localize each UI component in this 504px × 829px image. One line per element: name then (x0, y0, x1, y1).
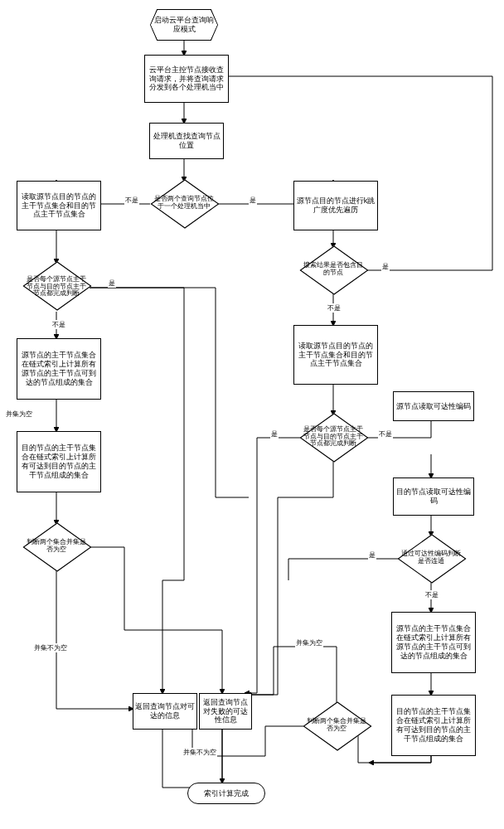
n4-text: 源节点目的节点进行k跳广度优先遍历 (296, 196, 376, 215)
d3-text: 搜索结果是否包含目的节点 (300, 262, 366, 277)
n10-text: 源节点的主干节点集合在链式索引上计算所有源节点的主干节点可到达的节点组成的集合 (394, 624, 473, 660)
process-target-read-code: 目的节点读取可达性编码 (393, 478, 474, 516)
n12-text: 返回查询节点对失败的可达性信息 (201, 698, 250, 725)
label-yes-3: 是 (381, 262, 390, 271)
decision-same-machine: 是否两个查询节点位于一个处理机当中 (151, 181, 217, 225)
d4-text: 是否每个源节点主干节点与目的节点主干节点都完成判断 (300, 426, 366, 448)
start-label: 启动云平台查询响应模式 (151, 16, 217, 34)
decision-union-empty-right: 判断两个集合并集是否为空 (303, 703, 370, 748)
label-no-6: 不是 (424, 590, 439, 599)
label-notempty-2: 并集不为空 (182, 748, 217, 757)
process-target-reachable-set: 目的节点的主干节点集合在链式索引上计算所有可达到目的节点的主干节点组成的集合 (17, 431, 101, 492)
label-notempty-1: 并集不为空 (33, 643, 68, 652)
process-return-reachable: 返回查询节点对可达的信息 (133, 693, 197, 730)
label-empty-2: 并集为空 (295, 638, 323, 647)
label-no-4: 不是 (378, 429, 393, 439)
label-no-2: 不是 (51, 320, 66, 329)
process-return-fail: 返回查询节点对失败的可达性信息 (199, 693, 252, 730)
process-read-sets-left: 读取源节点目的节点的主干节点集合和目的节点主干节点集合 (17, 181, 101, 230)
n9-text: 目的节点读取可达性编码 (395, 487, 472, 506)
process-source-reachable-set-right: 源节点的主干节点集合在链式索引上计算所有源节点的主干节点可到达的节点组成的集合 (391, 612, 476, 673)
process-target-reachable-set-right: 目的节点的主干节点集合在链式索引上计算所有可达到目的节点的主干节点组成的集合 (391, 695, 476, 756)
label-empty-1: 并集为空 (5, 410, 33, 419)
label-yes-6: 是 (368, 550, 376, 560)
n1-text: 云平台主控节点接收查询请求，并将查询请求分发到各个处理机当中 (147, 65, 226, 92)
d6-text: 通过可达性编码判断是否连通 (398, 550, 464, 565)
label-yes-4: 是 (270, 429, 279, 439)
decision-union-empty-left: 判断两个集合并集是否为空 (23, 524, 90, 569)
n7-text: 目的节点的主干节点集合在链式索引上计算所有可达到目的节点的主干节点组成的集合 (19, 444, 99, 479)
decision-all-judged-right: 是否每个源节点主干节点与目的节点主干节点都完成判断 (300, 414, 366, 459)
n13-text: 目的节点的主干节点集合在链式索引上计算所有可达到目的节点的主干节点组成的集合 (394, 707, 473, 743)
label-yes-1: 是 (249, 196, 257, 205)
end-label: 索引计算完成 (204, 788, 249, 799)
start-node: 启动云平台查询响应模式 (151, 10, 217, 40)
decision-connected: 通过可达性编码判断是否连通 (398, 536, 464, 580)
n11-text: 返回查询节点对可达的信息 (135, 702, 195, 720)
n5-text: 源节点的主干节点集合在链式索引上计算所有源节点的主干节点可到达的节点组成的集合 (19, 351, 99, 386)
process-source-read-code: 源节点读取可达性编码 (393, 391, 474, 421)
n8-text: 源节点读取可达性编码 (396, 402, 471, 411)
process-find-node: 处理机查找查询节点位置 (149, 123, 224, 159)
label-no-3: 不是 (327, 303, 342, 313)
decision-contains-target: 搜索结果是否包含目的节点 (300, 247, 366, 292)
d5-text: 判断两个集合并集是否为空 (23, 539, 90, 554)
d2-text: 是否每个源节点主干节点与目的节点主干节点都完成判断 (23, 276, 90, 298)
decision-all-judged-left: 是否每个源节点主干节点与目的节点主干节点都完成判断 (23, 263, 90, 311)
process-source-reachable-set: 源节点的主干节点集合在链式索引上计算所有源节点的主干节点可到达的节点组成的集合 (17, 338, 101, 400)
n6-text: 读取源节点目的节点的主干节点集合和目的节点主干节点集合 (296, 342, 376, 368)
end-node: 索引计算完成 (187, 783, 265, 804)
d7-text: 判断两个集合并集是否为空 (303, 718, 370, 733)
label-yes-2: 是 (108, 279, 116, 288)
n2-text: 处理机查找查询节点位置 (152, 132, 221, 150)
process-bfs: 源节点目的节点进行k跳广度优先遍历 (293, 181, 378, 230)
n3-text: 读取源节点目的节点的主干节点集合和目的节点主干节点集合 (19, 192, 99, 219)
d1-text: 是否两个查询节点位于一个处理机当中 (151, 196, 217, 211)
process-receive-request: 云平台主控节点接收查询请求，并将查询请求分发到各个处理机当中 (144, 55, 229, 103)
process-read-sets-right: 读取源节点目的节点的主干节点集合和目的节点主干节点集合 (293, 325, 378, 385)
label-no-1: 不是 (124, 196, 139, 205)
